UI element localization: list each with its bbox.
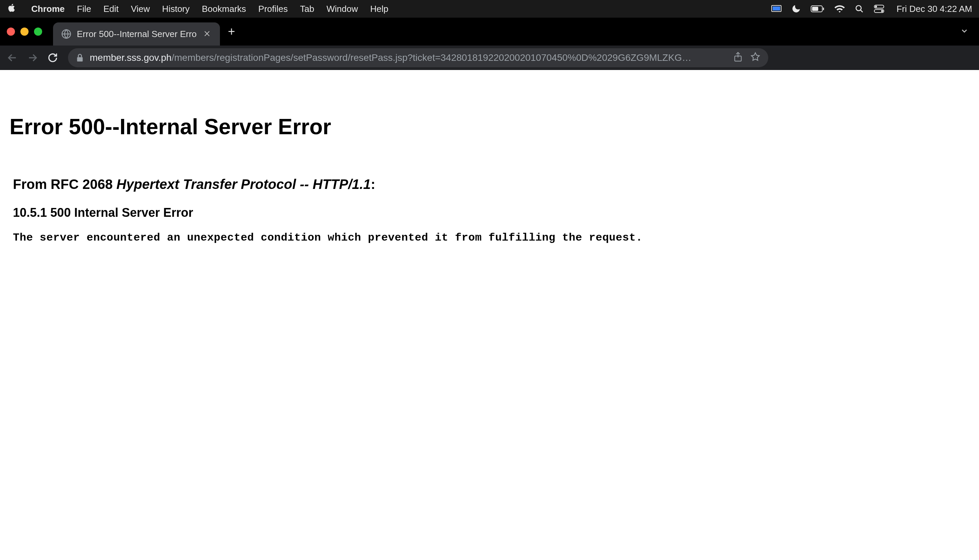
browser-chrome: Error 500--Internal Server Erro +: [0, 18, 979, 70]
url-text: member.sss.gov.ph/members/registrationPa…: [90, 52, 727, 63]
tab-title: Error 500--Internal Server Erro: [77, 29, 197, 39]
error-heading: Error 500--Internal Server Error: [10, 114, 969, 139]
svg-rect-1: [773, 7, 780, 10]
error-section-heading: 10.5.1 500 Internal Server Error: [13, 206, 969, 220]
menubar-item-view[interactable]: View: [131, 4, 150, 14]
new-tab-button[interactable]: +: [228, 25, 235, 39]
nav-buttons: [7, 52, 58, 63]
menubar-right: Fri Dec 30 4:22 AM: [771, 4, 972, 14]
browser-tab[interactable]: Error 500--Internal Server Erro: [53, 22, 220, 45]
menubar-item-help[interactable]: Help: [370, 4, 388, 14]
tab-close-button[interactable]: [202, 29, 212, 39]
menubar-clock[interactable]: Fri Dec 30 4:22 AM: [896, 4, 972, 14]
rfc-prefix: From RFC 2068: [13, 177, 117, 192]
globe-icon: [61, 29, 72, 39]
battery-icon[interactable]: [811, 5, 824, 12]
url-domain: member.sss.gov.ph: [90, 52, 172, 63]
window-maximize-button[interactable]: [34, 28, 42, 36]
wifi-icon[interactable]: [834, 5, 845, 13]
menubar-item-profiles[interactable]: Profiles: [259, 4, 288, 14]
tabs-overflow-button[interactable]: [960, 27, 969, 37]
browser-toolbar: member.sss.gov.ph/members/registrationPa…: [0, 45, 979, 70]
menubar-item-file[interactable]: File: [77, 4, 91, 14]
spotlight-search-icon[interactable]: [855, 4, 864, 13]
menubar-left: Chrome File Edit View History Bookmarks …: [7, 3, 388, 15]
svg-point-10: [881, 10, 883, 12]
svg-rect-4: [823, 7, 824, 10]
share-icon[interactable]: [734, 52, 742, 64]
window-close-button[interactable]: [7, 28, 15, 36]
menubar-item-window[interactable]: Window: [326, 4, 358, 14]
bookmark-star-icon[interactable]: [751, 52, 760, 64]
error-description: The server encountered an unexpected con…: [13, 232, 969, 244]
menubar-app-name[interactable]: Chrome: [31, 4, 65, 14]
tab-strip: Error 500--Internal Server Erro +: [0, 18, 979, 45]
svg-point-5: [856, 5, 861, 10]
svg-marker-19: [751, 53, 759, 60]
window-minimize-button[interactable]: [20, 28, 28, 36]
url-path: /members/registrationPages/setPassword/r…: [172, 52, 691, 63]
omnibox-actions: [734, 52, 760, 64]
macos-menubar: Chrome File Edit View History Bookmarks …: [0, 0, 979, 18]
nav-forward-button[interactable]: [27, 52, 38, 63]
address-bar[interactable]: member.sss.gov.ph/members/registrationPa…: [68, 48, 768, 67]
svg-rect-17: [77, 57, 83, 62]
svg-line-6: [861, 10, 863, 12]
menubar-item-edit[interactable]: Edit: [103, 4, 118, 14]
nav-reload-button[interactable]: [48, 53, 58, 63]
display-icon[interactable]: [771, 5, 782, 13]
control-center-icon[interactable]: [874, 5, 884, 13]
rfc-suffix: :: [371, 177, 375, 192]
rfc-heading: From RFC 2068 Hypertext Transfer Protoco…: [13, 177, 969, 192]
svg-rect-3: [812, 7, 818, 11]
menubar-item-history[interactable]: History: [162, 4, 190, 14]
nav-back-button[interactable]: [7, 52, 18, 63]
page-content: Error 500--Internal Server Error From RF…: [0, 70, 979, 254]
menubar-item-tab[interactable]: Tab: [300, 4, 314, 14]
svg-point-8: [875, 6, 877, 7]
menubar-item-bookmarks[interactable]: Bookmarks: [202, 4, 246, 14]
apple-logo-icon[interactable]: [7, 3, 16, 15]
window-traffic-lights: [7, 28, 42, 36]
lock-icon: [76, 53, 83, 62]
rfc-title-italic: Hypertext Transfer Protocol -- HTTP/1.1: [117, 177, 371, 192]
do-not-disturb-icon[interactable]: [792, 4, 801, 13]
